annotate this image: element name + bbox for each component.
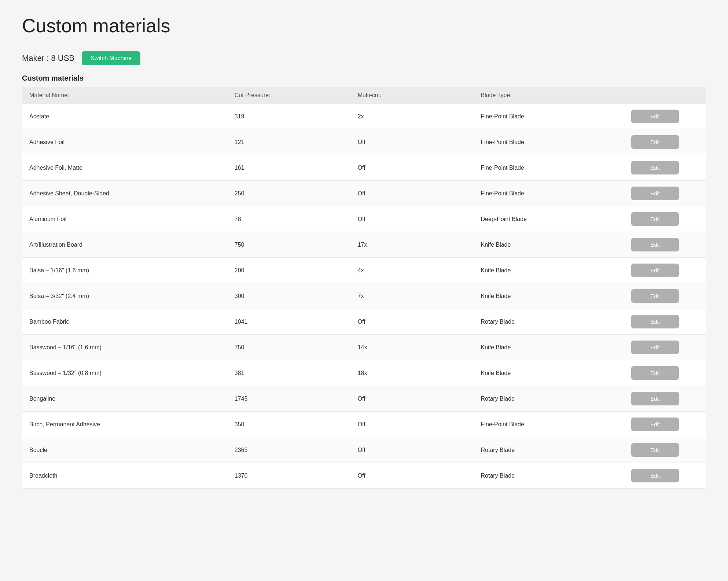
cell-blade-type: Fine-Point Blade — [474, 129, 624, 155]
cell-cut-pressure: 1041 — [227, 309, 350, 335]
cell-multicut: Off — [350, 412, 474, 437]
cell-cut-pressure: 300 — [227, 283, 350, 309]
table-row: Balsa – 3/32" (2.4 mm)3007xKnife BladeEd… — [22, 283, 706, 309]
edit-button[interactable]: Edit — [631, 238, 679, 251]
cell-blade-type: Rotary Blade — [474, 309, 624, 335]
materials-table: Material Name: Cut Pressure: Multi-cut: … — [22, 87, 706, 489]
cell-action: Edit — [624, 181, 706, 206]
cell-cut-pressure: 121 — [227, 129, 350, 155]
cell-cut-pressure: 1370 — [227, 463, 350, 489]
table-row: Basswood – 1/32" (0.8 mm)38118xKnife Bla… — [22, 360, 706, 386]
cell-blade-type: Knife Blade — [474, 335, 624, 360]
edit-button[interactable]: Edit — [631, 418, 679, 431]
header-multicut: Multi-cut: — [350, 87, 474, 104]
header-pressure: Cut Pressure: — [227, 87, 350, 104]
cell-cut-pressure: 381 — [227, 360, 350, 386]
edit-button[interactable]: Edit — [631, 135, 679, 149]
table-row: Broadcloth1370OffRotary BladeEdit — [22, 463, 706, 489]
switch-machine-button[interactable]: Switch Machine — [82, 51, 140, 65]
cell-blade-type: Knife Blade — [474, 232, 624, 258]
cell-material-name: Basswood – 1/16" (1.6 mm) — [22, 335, 227, 360]
table-row: Adhesive Foil, Matte161OffFine-Point Bla… — [22, 155, 706, 181]
table-row: Birch, Permanent Adhesive350OffFine-Poin… — [22, 412, 706, 437]
cell-material-name: Adhesive Foil, Matte — [22, 155, 227, 181]
edit-button[interactable]: Edit — [631, 187, 679, 200]
page-title: Custom materials — [22, 15, 706, 37]
edit-button[interactable]: Edit — [631, 264, 679, 277]
cell-material-name: Bamboo Fabric — [22, 309, 227, 335]
cell-multicut: Off — [350, 129, 474, 155]
cell-blade-type: Fine-Point Blade — [474, 181, 624, 206]
cell-blade-type: Rotary Blade — [474, 463, 624, 489]
cell-material-name: Balsa – 1/16" (1.6 mm) — [22, 258, 227, 283]
table-row: Adhesive Foil121OffFine-Point BladeEdit — [22, 129, 706, 155]
cell-material-name: Basswood – 1/32" (0.8 mm) — [22, 360, 227, 386]
edit-button[interactable]: Edit — [631, 341, 679, 354]
cell-multicut: Off — [350, 206, 474, 232]
cell-multicut: Off — [350, 463, 474, 489]
cell-cut-pressure: 350 — [227, 412, 350, 437]
cell-multicut: 2x — [350, 104, 474, 129]
edit-button[interactable]: Edit — [631, 315, 679, 328]
edit-button[interactable]: Edit — [631, 392, 679, 405]
edit-button[interactable]: Edit — [631, 161, 679, 174]
edit-button[interactable]: Edit — [631, 366, 679, 380]
cell-material-name: Bengaline — [22, 386, 227, 412]
cell-multicut: 18x — [350, 360, 474, 386]
cell-multicut: 7x — [350, 283, 474, 309]
table-row: Bengaline1745OffRotary BladeEdit — [22, 386, 706, 412]
cell-multicut: Off — [350, 155, 474, 181]
cell-cut-pressure: 750 — [227, 335, 350, 360]
header-name: Material Name: — [22, 87, 227, 104]
cell-blade-type: Rotary Blade — [474, 437, 624, 463]
cell-blade-type: Fine-Point Blade — [474, 155, 624, 181]
edit-button[interactable]: Edit — [631, 443, 679, 457]
table-row: Bamboo Fabric1041OffRotary BladeEdit — [22, 309, 706, 335]
cell-blade-type: Knife Blade — [474, 283, 624, 309]
table-row: Boucle2365OffRotary BladeEdit — [22, 437, 706, 463]
cell-action: Edit — [624, 335, 706, 360]
cell-action: Edit — [624, 155, 706, 181]
cell-blade-type: Fine-Point Blade — [474, 104, 624, 129]
machine-label: Maker : 8 USB — [22, 54, 74, 63]
cell-material-name: Birch, Permanent Adhesive — [22, 412, 227, 437]
cell-material-name: Broadcloth — [22, 463, 227, 489]
cell-blade-type: Deep-Point Blade — [474, 206, 624, 232]
edit-button[interactable]: Edit — [631, 110, 679, 123]
cell-material-name: Acetate — [22, 104, 227, 129]
cell-action: Edit — [624, 232, 706, 258]
edit-button[interactable]: Edit — [631, 469, 679, 482]
header-action — [624, 87, 706, 104]
cell-multicut: 4x — [350, 258, 474, 283]
section-title: Custom materials — [22, 74, 706, 82]
cell-blade-type: Fine-Point Blade — [474, 412, 624, 437]
cell-material-name: Aluminum Foil — [22, 206, 227, 232]
cell-cut-pressure: 250 — [227, 181, 350, 206]
cell-action: Edit — [624, 437, 706, 463]
cell-blade-type: Rotary Blade — [474, 386, 624, 412]
edit-button[interactable]: Edit — [631, 289, 679, 303]
cell-material-name: Boucle — [22, 437, 227, 463]
table-row: Basswood – 1/16" (1.6 mm)75014xKnife Bla… — [22, 335, 706, 360]
machine-row: Maker : 8 USB Switch Machine — [22, 51, 706, 65]
cell-cut-pressure: 750 — [227, 232, 350, 258]
table-row: Balsa – 1/16" (1.6 mm)2004xKnife BladeEd… — [22, 258, 706, 283]
header-blade: Blade Type: — [474, 87, 624, 104]
cell-multicut: Off — [350, 437, 474, 463]
table-row: Art/Illustration Board75017xKnife BladeE… — [22, 232, 706, 258]
cell-multicut: Off — [350, 181, 474, 206]
cell-material-name: Adhesive Foil — [22, 129, 227, 155]
cell-action: Edit — [624, 104, 706, 129]
edit-button[interactable]: Edit — [631, 212, 679, 226]
cell-multicut: Off — [350, 309, 474, 335]
table-row: Adhesive Sheet, Double-Sided250OffFine-P… — [22, 181, 706, 206]
cell-action: Edit — [624, 283, 706, 309]
cell-cut-pressure: 161 — [227, 155, 350, 181]
cell-action: Edit — [624, 412, 706, 437]
cell-action: Edit — [624, 206, 706, 232]
cell-action: Edit — [624, 463, 706, 489]
cell-material-name: Balsa – 3/32" (2.4 mm) — [22, 283, 227, 309]
cell-action: Edit — [624, 360, 706, 386]
cell-material-name: Art/Illustration Board — [22, 232, 227, 258]
cell-multicut: 17x — [350, 232, 474, 258]
